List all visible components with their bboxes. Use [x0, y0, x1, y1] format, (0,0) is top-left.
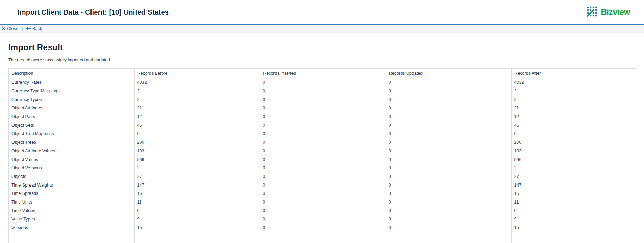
- cell-records-after: 147: [511, 183, 637, 188]
- cell-description: Objects: [9, 174, 134, 179]
- cell-records-before: 0: [134, 131, 260, 136]
- table-row: Object Attributes 21 0 0 21: [9, 104, 637, 112]
- page-title: Import Client Data - Client: [10] United…: [0, 8, 169, 16]
- table-row: Time Units 11 0 0 11: [9, 198, 637, 207]
- cell-records-before: 2: [134, 89, 260, 93]
- cell-description: Object Pairs: [9, 114, 134, 119]
- table-row: Object Attribute Values 193 0 0 193: [9, 147, 637, 155]
- cell-records-after: 2: [511, 165, 637, 170]
- cell-records-after: 2: [511, 89, 637, 93]
- table-row: Time Spread Weights 147 0 0 147: [9, 181, 637, 189]
- cell-description: Time Spread Weights: [9, 183, 134, 188]
- cell-records-before: 15: [134, 225, 260, 230]
- cell-records-inserted: 0: [260, 89, 386, 93]
- import-result-subtitle: The records were successfully imported a…: [8, 57, 644, 62]
- cell-records-before: 21: [134, 106, 260, 110]
- toolbar-divider: |: [21, 26, 23, 31]
- cell-description: Object Sets: [9, 123, 134, 128]
- cell-records-updated: 0: [386, 165, 512, 170]
- cell-records-inserted: 0: [260, 191, 386, 196]
- cell-records-after: 15: [511, 225, 637, 230]
- table-row: Time Spreads 16 0 0 16: [9, 189, 637, 198]
- cell-records-after: 45: [511, 123, 637, 128]
- column-header-records-updated: Records Updated: [386, 69, 512, 78]
- column-separator: [134, 78, 135, 243]
- close-button-label: Close: [7, 26, 18, 31]
- close-button[interactable]: Close: [1, 26, 18, 31]
- cell-description: Object Trees: [9, 140, 134, 145]
- bizview-logo-mark-icon: [586, 6, 598, 18]
- cell-records-after: 27: [511, 174, 637, 179]
- cell-records-before: 16: [134, 191, 260, 196]
- close-icon: [1, 27, 6, 31]
- cell-records-inserted: 0: [260, 114, 386, 119]
- cell-records-updated: 0: [386, 217, 512, 222]
- cell-description: Currency Types: [9, 97, 134, 102]
- cell-records-after: 0: [511, 208, 637, 213]
- column-separator: [260, 78, 260, 243]
- cell-description: Currency Type Mappings: [9, 89, 134, 93]
- cell-records-inserted: 0: [260, 225, 386, 230]
- cell-records-after: 4032: [511, 80, 637, 85]
- cell-description: Object Values: [9, 157, 134, 162]
- column-header-description: Description: [9, 69, 134, 78]
- cell-records-before: 4032: [134, 80, 260, 85]
- cell-description: Currency Rates: [9, 80, 134, 85]
- cell-records-inserted: 0: [260, 208, 386, 213]
- cell-records-updated: 0: [386, 114, 512, 119]
- cell-records-inserted: 0: [260, 165, 386, 170]
- table-row: Object Sets 45 0 0 45: [9, 121, 637, 129]
- table-row: Currency Rates 4032 0 0 4032: [9, 78, 637, 87]
- back-button-label: Back: [32, 26, 42, 31]
- cell-records-updated: 0: [386, 148, 512, 153]
- cell-records-updated: 0: [386, 174, 512, 179]
- bizview-logo-text: Bizview: [601, 7, 630, 17]
- cell-records-inserted: 0: [260, 183, 386, 188]
- table-row: Objects 27 0 0 27: [9, 172, 637, 181]
- cell-records-inserted: 0: [260, 200, 386, 205]
- import-result-heading: Import Result: [8, 43, 644, 52]
- cell-records-before: 45: [134, 123, 260, 128]
- cell-records-updated: 0: [386, 191, 512, 196]
- cell-records-before: 147: [134, 183, 260, 188]
- cell-records-updated: 0: [386, 183, 512, 188]
- column-separator: [386, 78, 386, 243]
- table-body: Currency Rates 4032 0 0 4032 Currency Ty…: [9, 78, 637, 243]
- cell-records-updated: 0: [386, 157, 512, 162]
- cell-records-inserted: 0: [260, 174, 386, 179]
- cell-records-updated: 0: [386, 123, 512, 128]
- table-row: Versions 15 0 0 15: [9, 224, 637, 232]
- cell-description: Object Attribute Values: [9, 148, 134, 153]
- cell-description: Time Units: [9, 200, 134, 205]
- cell-records-after: 0: [511, 131, 637, 136]
- column-header-records-before: Records Before: [134, 69, 260, 78]
- cell-records-updated: 0: [386, 89, 512, 93]
- cell-records-after: 9: [511, 217, 637, 222]
- cell-records-after: 193: [511, 148, 637, 153]
- cell-records-before: 0: [134, 208, 260, 213]
- cell-records-before: 2: [134, 165, 260, 170]
- cell-records-after: 566: [511, 157, 637, 162]
- cell-records-inserted: 0: [260, 148, 386, 153]
- table-header-row: Description Records Before Records Inser…: [9, 69, 637, 78]
- cell-records-after: 16: [511, 191, 637, 196]
- cell-records-after: 12: [511, 114, 637, 119]
- back-button[interactable]: Back: [26, 26, 42, 31]
- cell-records-updated: 0: [386, 106, 512, 110]
- cell-records-after: 200: [511, 140, 637, 145]
- cell-records-inserted: 0: [260, 80, 386, 85]
- cell-records-before: 2: [134, 97, 260, 102]
- cell-records-before: 12: [134, 114, 260, 119]
- cell-records-updated: 0: [386, 97, 512, 102]
- table-row: Object Trees 200 0 0 200: [9, 138, 637, 147]
- cell-description: Time Values: [9, 208, 134, 213]
- cell-records-updated: 0: [386, 200, 512, 205]
- cell-description: Object Tree Mappings: [9, 131, 134, 136]
- table-row: Object Pairs 12 0 0 12: [9, 112, 637, 121]
- column-separator: [511, 78, 512, 243]
- cell-records-updated: 0: [386, 225, 512, 230]
- app-header: Import Client Data - Client: [10] United…: [0, 0, 644, 24]
- cell-records-inserted: 0: [260, 140, 386, 145]
- cell-records-inserted: 0: [260, 217, 386, 222]
- cell-description: Versions: [9, 225, 134, 230]
